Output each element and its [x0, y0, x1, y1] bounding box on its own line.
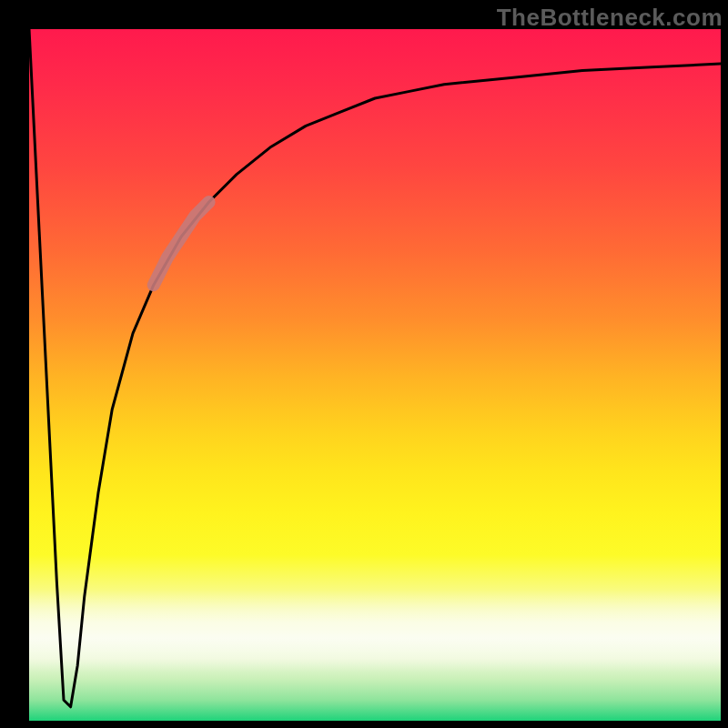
highlight-segment — [154, 202, 209, 285]
chart-frame: TheBottleneck.com — [0, 0, 728, 728]
watermark-text: TheBottleneck.com — [497, 4, 723, 32]
curve-layer — [29, 29, 721, 721]
plot-area — [29, 29, 721, 721]
bottleneck-curve — [29, 29, 721, 707]
